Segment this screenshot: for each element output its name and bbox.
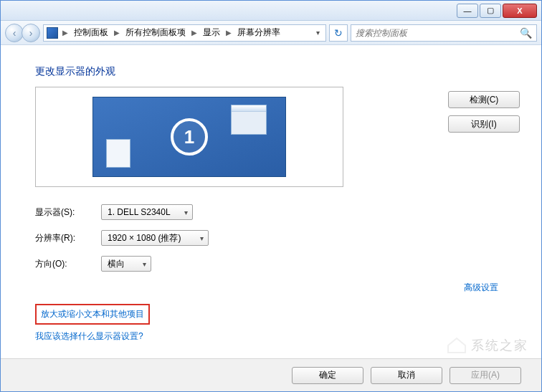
row-resolution: 分辨率(R): 1920 × 1080 (推荐) xyxy=(35,230,520,246)
row-display: 显示器(S): 1. DELL S2340L xyxy=(35,204,520,220)
chevron-right-icon: ▶ xyxy=(223,29,234,37)
content: 更改显示器的外观 1 检测(C) 识别(I) 显示器(S): 1. DELL S… xyxy=(1,45,541,343)
minimize-button[interactable]: — xyxy=(457,4,478,18)
select-orientation-value: 横向 xyxy=(108,258,125,270)
select-resolution-value: 1920 × 1080 (推荐) xyxy=(108,232,181,244)
monitor-preview[interactable]: 1 xyxy=(35,87,343,187)
which-settings-link[interactable]: 我应该选择什么显示器设置? xyxy=(35,331,143,341)
ok-button[interactable]: 确定 xyxy=(292,367,363,384)
advanced-settings-link[interactable]: 高级设置 xyxy=(464,282,498,292)
cancel-button[interactable]: 取消 xyxy=(371,367,442,384)
window-thumb-icon xyxy=(231,105,267,135)
crumb-resolution[interactable]: 屏幕分辨率 xyxy=(236,27,282,39)
maximize-button[interactable]: ▢ xyxy=(480,4,501,18)
nav-buttons: ‹ › xyxy=(5,24,40,42)
chevron-right-icon: ▶ xyxy=(189,29,200,37)
identify-button[interactable]: 识别(I) xyxy=(448,115,520,133)
footer: 确定 取消 应用(A) xyxy=(1,358,541,391)
select-display[interactable]: 1. DELL S2340L xyxy=(101,204,193,220)
search-icon[interactable]: 🔍 xyxy=(520,27,532,39)
row-orientation: 方向(O): 横向 xyxy=(35,256,520,272)
forward-button[interactable]: › xyxy=(22,24,40,42)
label-resolution: 分辨率(R): xyxy=(35,232,101,244)
window: — ▢ X ‹ › ▶ 控制面板 ▶ 所有控制面板项 ▶ 显示 ▶ 屏幕分辨率 … xyxy=(0,0,542,392)
close-button[interactable]: X xyxy=(503,4,537,18)
highlight-box: 放大或缩小文本和其他项目 xyxy=(35,304,150,325)
monitor-row: 1 检测(C) 识别(I) xyxy=(35,87,520,187)
select-resolution[interactable]: 1920 × 1080 (推荐) xyxy=(101,230,209,246)
control-panel-icon xyxy=(47,27,58,39)
address-dropdown-icon[interactable]: ▾ xyxy=(313,29,323,37)
titlebar: — ▢ X xyxy=(1,1,541,21)
chevron-right-icon: ▶ xyxy=(60,29,71,37)
select-display-value: 1. DELL S2340L xyxy=(108,207,171,217)
detect-button[interactable]: 检测(C) xyxy=(448,91,520,108)
address-bar[interactable]: ▶ 控制面板 ▶ 所有控制面板项 ▶ 显示 ▶ 屏幕分辨率 ▾ xyxy=(43,24,326,42)
advanced-link-row: 高级设置 xyxy=(35,282,498,294)
crumb-all-items[interactable]: 所有控制面板项 xyxy=(124,27,187,39)
links-block: 放大或缩小文本和其他项目 我应该选择什么显示器设置? xyxy=(35,304,520,343)
settings-form: 显示器(S): 1. DELL S2340L 分辨率(R): 1920 × 10… xyxy=(35,204,520,272)
label-display: 显示器(S): xyxy=(35,206,101,219)
search-box[interactable]: 🔍 xyxy=(351,24,537,42)
chevron-right-icon: ▶ xyxy=(111,29,123,37)
desktop-area: 1 xyxy=(92,97,286,177)
page-heading: 更改显示器的外观 xyxy=(35,65,520,78)
side-buttons: 检测(C) 识别(I) xyxy=(448,87,520,133)
window-thumb-icon xyxy=(106,139,130,168)
crumb-display[interactable]: 显示 xyxy=(201,27,222,39)
monitor-number-badge[interactable]: 1 xyxy=(171,118,208,156)
select-orientation[interactable]: 横向 xyxy=(101,256,151,272)
label-orientation: 方向(O): xyxy=(35,258,101,270)
apply-button: 应用(A) xyxy=(450,367,521,384)
search-input[interactable] xyxy=(356,28,520,38)
crumb-control-panel[interactable]: 控制面板 xyxy=(72,27,110,39)
text-size-link[interactable]: 放大或缩小文本和其他项目 xyxy=(41,309,144,319)
navbar: ‹ › ▶ 控制面板 ▶ 所有控制面板项 ▶ 显示 ▶ 屏幕分辨率 ▾ ↻ 🔍 xyxy=(1,21,541,45)
refresh-button[interactable]: ↻ xyxy=(329,24,348,42)
